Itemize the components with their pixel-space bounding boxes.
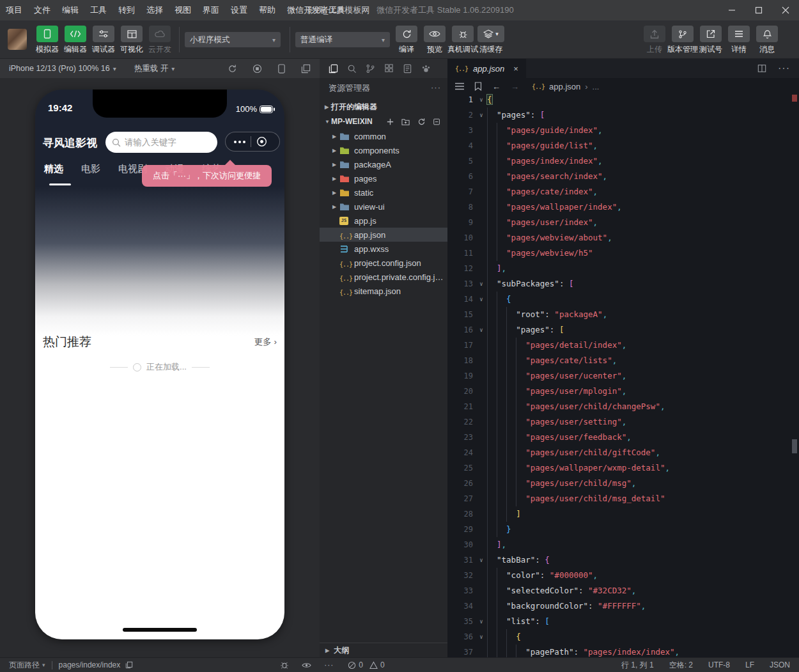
device-select[interactable]: iPhone 12/13 (Pro) 100% 16▾ — [9, 64, 116, 73]
nav-back-icon[interactable]: ← — [492, 82, 500, 91]
status-JSON[interactable]: JSON — [770, 660, 790, 671]
tab-电影[interactable]: 电影 — [81, 163, 100, 175]
tree-item-packageA[interactable]: ▶packageA — [320, 157, 447, 171]
menu-转到[interactable]: 转到 — [112, 0, 141, 20]
paw-icon[interactable] — [421, 64, 431, 74]
breadcrumb[interactable]: {..} app.json › ... — [532, 82, 599, 91]
清缓存-button[interactable]: ▾清缓存 — [477, 26, 505, 55]
真机调试-button[interactable]: 真机调试 — [449, 26, 477, 55]
extensions-icon[interactable] — [384, 64, 394, 74]
消息-button[interactable]: 消息 — [753, 26, 781, 55]
详情-button[interactable]: 详情 — [725, 26, 753, 55]
menu-项目[interactable]: 项目 — [0, 0, 28, 20]
code-line-32: 32"color": "#000000", — [447, 568, 799, 583]
menu-工具[interactable]: 工具 — [84, 0, 112, 20]
close-tab-icon[interactable]: × — [513, 64, 518, 74]
menu-文件[interactable]: 文件 — [28, 0, 56, 20]
tree-item-project-private-config-js-[interactable]: {..}project.private.config.js... — [320, 270, 447, 284]
code-line-27: 27"pages/user/child/msg_detail" — [447, 491, 799, 506]
maximize-button[interactable] — [745, 0, 772, 20]
tree-item-pages[interactable]: ▶pages — [320, 171, 447, 185]
project-root[interactable]: ▼ MP-WEIXIN — [320, 114, 447, 129]
fold-chevron-icon[interactable]: ∨ — [477, 92, 486, 107]
menu-设置[interactable]: 设置 — [225, 0, 253, 20]
watch-eye-icon[interactable] — [302, 662, 311, 669]
outline-toggle-icon[interactable] — [455, 82, 464, 90]
fold-chevron-icon[interactable]: ∨ — [477, 107, 486, 123]
menu-视图[interactable]: 视图 — [169, 0, 197, 20]
fold-chevron-icon[interactable]: ∨ — [477, 614, 486, 629]
multi-window-icon[interactable] — [301, 64, 311, 74]
statusbar-more-icon[interactable]: ··· — [324, 660, 334, 669]
new-folder-icon[interactable] — [401, 118, 410, 126]
record-icon[interactable] — [252, 64, 262, 74]
outline-section[interactable]: ▶ 大纲 — [320, 643, 447, 657]
menu-界面[interactable]: 界面 — [197, 0, 225, 20]
open-editors-section[interactable]: ▶ 打开的编辑器 — [320, 100, 447, 114]
tab-精选[interactable]: 精选 — [44, 163, 63, 175]
可视化-button[interactable]: 可视化 — [118, 26, 146, 55]
mode-select[interactable]: 小程序模式▾ — [185, 32, 281, 47]
code-area[interactable]: 1∨{2∨"pages": [3"pages/guide/index",4"pa… — [447, 92, 799, 657]
minimize-button[interactable] — [718, 0, 745, 20]
status-UTF-8[interactable]: UTF-8 — [708, 660, 730, 671]
more-actions-icon[interactable]: ··· — [431, 82, 441, 94]
search-icon[interactable] — [347, 64, 357, 74]
page-path-select[interactable]: 页面路径▾ — [9, 660, 45, 671]
more-menu-icon[interactable] — [234, 141, 245, 143]
compile-select[interactable]: 普通编译▾ — [295, 32, 390, 47]
fold-chevron-icon[interactable]: ∨ — [477, 276, 486, 292]
rotate-icon[interactable] — [228, 64, 237, 74]
status--2[interactable]: 空格: 2 — [669, 660, 693, 671]
预览-button[interactable]: 预览 — [421, 26, 449, 55]
menu-帮助[interactable]: 帮助 — [253, 0, 281, 20]
split-editor-icon[interactable] — [757, 64, 766, 73]
search-input[interactable]: 请输入关键字 — [105, 132, 217, 153]
tree-item-app-json[interactable]: {..}app.json — [320, 228, 447, 242]
problems-indicator[interactable]: 0 0 — [348, 660, 384, 669]
copy-path-icon[interactable] — [125, 661, 133, 669]
line-number: 20 — [447, 384, 473, 399]
collapse-all-icon[interactable] — [433, 118, 441, 126]
测试号-button[interactable]: 测试号 — [697, 26, 725, 55]
tree-item-sitemap-json[interactable]: {..}sitemap.json — [320, 284, 447, 298]
tree-item-components[interactable]: ▶components — [320, 143, 447, 157]
tree-item-project-config-json[interactable]: {..}project.config.json — [320, 256, 447, 270]
npm-panel-icon[interactable] — [403, 64, 412, 74]
indent-guide — [497, 568, 497, 583]
调试器-button[interactable]: 调试器 — [89, 26, 118, 55]
编辑器-button[interactable]: 编辑器 — [61, 26, 89, 55]
close-target-icon[interactable] — [256, 136, 267, 147]
tree-item-app-wxss[interactable]: app.wxss — [320, 242, 447, 256]
hot-reload-toggle[interactable]: 热重载 开▾ — [134, 63, 175, 74]
device-frame-icon[interactable] — [277, 64, 286, 74]
版本管理-button[interactable]: 版本管理 — [669, 26, 697, 55]
status--1-1[interactable]: 行 1, 列 1 — [621, 660, 654, 671]
vconsole-bug-icon[interactable] — [280, 660, 289, 669]
tree-item-uview-ui[interactable]: ▶uview-ui — [320, 199, 447, 214]
bookmark-icon[interactable] — [474, 82, 482, 91]
fold-chevron-icon[interactable]: ∨ — [477, 322, 486, 338]
编译-button[interactable]: 编译 — [392, 26, 421, 55]
chevron-down-icon: ▼ — [325, 119, 331, 125]
files-icon[interactable] — [329, 64, 338, 74]
close-button[interactable] — [772, 0, 799, 20]
more-link[interactable]: 更多 › — [254, 336, 277, 348]
menu-编辑[interactable]: 编辑 — [56, 0, 84, 20]
fold-chevron-icon[interactable]: ∨ — [477, 552, 486, 568]
tree-item-common[interactable]: ▶common — [320, 129, 447, 143]
scrollbar[interactable] — [790, 92, 799, 657]
fold-chevron-icon[interactable]: ∨ — [477, 292, 486, 307]
menu-选择[interactable]: 选择 — [141, 0, 169, 20]
fold-chevron-icon[interactable]: ∨ — [477, 629, 486, 645]
avatar[interactable] — [8, 29, 27, 50]
editor-more-icon[interactable]: ··· — [778, 63, 790, 74]
git-branch-icon[interactable] — [366, 64, 375, 74]
status-LF[interactable]: LF — [745, 660, 754, 671]
tab-app-json[interactable]: {..} app.json × — [447, 59, 526, 78]
tree-item-static[interactable]: ▶static — [320, 185, 447, 199]
refresh-icon[interactable] — [417, 118, 426, 126]
tree-item-app-js[interactable]: JSapp.js — [320, 214, 447, 228]
模拟器-button[interactable]: 模拟器 — [33, 26, 61, 55]
new-file-icon[interactable] — [386, 118, 394, 126]
